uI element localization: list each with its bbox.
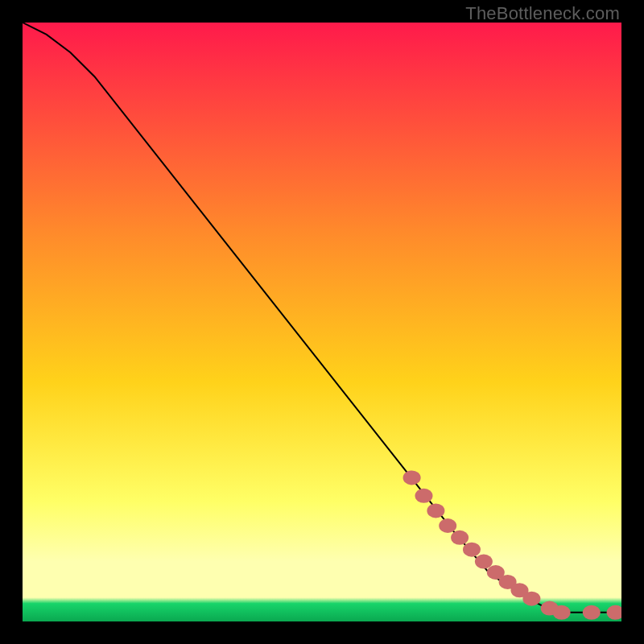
data-marker [439, 518, 456, 533]
data-marker [403, 470, 421, 485]
gradient-background [23, 23, 621, 621]
data-marker [451, 530, 469, 545]
data-marker [415, 489, 433, 503]
data-marker [463, 543, 481, 557]
chart-frame: TheBottleneck.com [0, 0, 644, 644]
data-marker [583, 605, 601, 620]
chart-plot [23, 23, 621, 621]
watermark-text: TheBottleneck.com [465, 3, 620, 24]
data-marker [475, 555, 493, 569]
data-marker [553, 605, 571, 620]
data-marker [427, 503, 444, 518]
data-marker [522, 592, 540, 606]
